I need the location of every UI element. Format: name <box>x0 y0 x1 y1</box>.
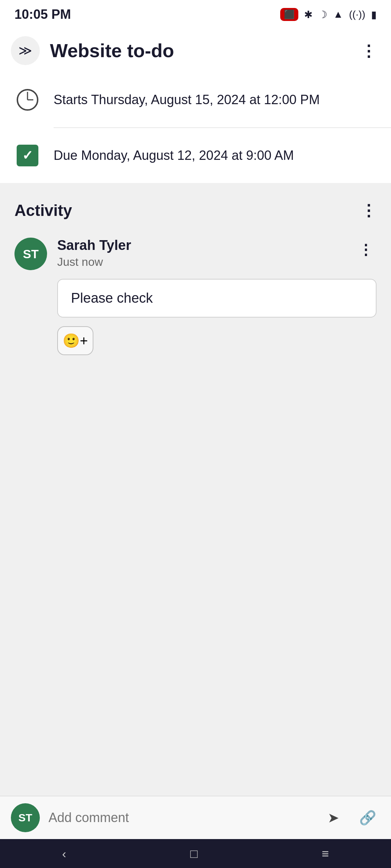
comment-header: ST Sarah Tyler Just now ⋮ <box>14 238 377 270</box>
wifi-icon: ((·)) <box>349 9 365 20</box>
main-scroll: ≫ Website to-do ⋮ Starts Thursday, Augus… <box>0 29 391 796</box>
nav-bar: ‹ □ ≡ <box>0 839 391 868</box>
comment-input[interactable] <box>49 803 312 832</box>
due-date-icon <box>14 142 41 169</box>
attach-icon: 🔗 <box>359 810 376 826</box>
send-icon: ➤ <box>328 810 339 826</box>
activity-more-button[interactable]: ⋮ <box>361 201 377 220</box>
activity-header: Activity ⋮ <box>14 201 377 220</box>
nav-home-button[interactable]: □ <box>190 847 198 861</box>
start-date-row: Starts Thursday, August 15, 2024 at 12:0… <box>0 72 391 127</box>
info-section: Starts Thursday, August 15, 2024 at 12:0… <box>0 72 391 183</box>
moon-icon: ☽ <box>318 9 327 21</box>
due-date-row: Due Monday, August 12, 2024 at 9:00 AM <box>0 128 391 183</box>
start-date-text: Starts Thursday, August 15, 2024 at 12:0… <box>54 92 320 107</box>
comment-timestamp: Just now <box>57 255 345 269</box>
status-icons: ⬛ ✱ ☽ ▲ ((·)) ▮ <box>280 8 377 21</box>
bluetooth-icon: ✱ <box>304 9 312 21</box>
back-button[interactable]: ≫ <box>11 36 40 65</box>
clock-icon <box>14 87 41 113</box>
current-user-avatar: ST <box>11 803 40 832</box>
record-icon: ⬛ <box>280 8 298 21</box>
attach-button[interactable]: 🔗 <box>355 805 380 830</box>
due-date-text: Due Monday, August 12, 2024 at 9:00 AM <box>54 148 294 163</box>
more-options-button[interactable]: ⋮ <box>357 38 380 64</box>
battery-icon: ▮ <box>371 9 377 21</box>
activity-title: Activity <box>14 201 72 220</box>
comment-meta: Sarah Tyler Just now <box>57 238 345 269</box>
signal-icon: ▲ <box>333 9 343 20</box>
comment-more-button[interactable]: ⋮ <box>355 238 377 261</box>
comment-text: Please check <box>71 290 153 306</box>
nav-back-button[interactable]: ‹ <box>62 847 66 861</box>
status-bar: 10:05 PM ⬛ ✱ ☽ ▲ ((·)) ▮ <box>0 0 391 29</box>
status-time: 10:05 PM <box>14 7 71 22</box>
emoji-icon: 🙂+ <box>63 333 88 349</box>
comment-input-bar: ST ➤ 🔗 <box>0 796 391 839</box>
page-title: Website to-do <box>50 40 347 61</box>
commenter-avatar: ST <box>14 238 47 270</box>
commenter-name: Sarah Tyler <box>57 238 345 253</box>
comment-bubble: Please check <box>57 279 377 318</box>
comment-card: ST Sarah Tyler Just now ⋮ Please check 🙂… <box>14 238 377 366</box>
activity-section: Activity ⋮ ST Sarah Tyler Just now ⋮ Ple… <box>0 183 391 377</box>
header: ≫ Website to-do ⋮ <box>0 29 391 72</box>
send-button[interactable]: ➤ <box>321 805 346 830</box>
emoji-reaction-button[interactable]: 🙂+ <box>57 326 93 355</box>
back-icon: ≫ <box>18 43 32 58</box>
nav-menu-button[interactable]: ≡ <box>322 847 329 861</box>
